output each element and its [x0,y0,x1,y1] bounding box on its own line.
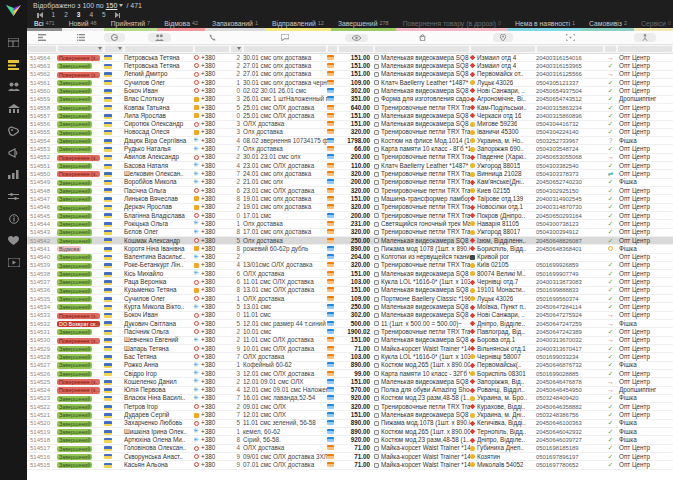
status-tab[interactable]: Новий 48 [62,19,104,31]
customers-icon[interactable] [124,31,194,44]
status-tab[interactable]: Всі 471 [27,19,62,31]
status-tab[interactable]: Прийнятий 7 [104,19,157,31]
status-tab[interactable]: Відправлений 12 [265,19,331,31]
counter-value: 6 [230,187,243,195]
status-tab[interactable]: Повернення товару (в дорозі) 0 [396,19,508,31]
customer-name: Артюхіна Олена Ми.. [124,436,194,444]
table-row[interactable]: 514515 Завершений Касьян Альона +380 9 0… [27,461,673,469]
filter-manager-select[interactable] [618,46,672,52]
comment-text: 25.01 смс ОЛХ доставка [243,112,327,120]
ttn-number: 20450646476878 [536,378,604,386]
delivery-status-icon: → [604,386,617,394]
phone-number: +380 [201,303,215,311]
comment-text: 08.02 звернення 10734175 фі.. [243,137,327,145]
last-page-button[interactable] [115,12,121,18]
statistics-icon[interactable] [7,168,21,181]
carrier-icon [470,80,475,85]
status-badge: Завершений [57,296,92,302]
product-name: Маленькая видеокамера SQ8 *.. [381,54,470,61]
filter-city-input[interactable] [471,46,535,52]
delivery-status-icon: ✓ [604,79,617,87]
product-name: Маленькая видеокамера SQ8 *.. [381,286,470,293]
source-globe-icon[interactable] [104,31,124,44]
payment-eye-icon[interactable] [338,31,374,44]
app-logo-icon[interactable] [5,3,22,18]
order-id: 514560 [27,87,57,95]
page-number-button[interactable]: 3 [77,11,81,19]
filter-country-select[interactable] [105,46,123,52]
manager-name: Фішка [617,320,673,328]
status-tab[interactable]: Відмова 42 [157,19,205,31]
product-name: Маленькая видеокамера SQ8 *.. [381,270,470,277]
manager-route-icon[interactable] [617,31,673,44]
status-badge: Завершений [57,329,92,335]
orders-list-icon[interactable] [27,31,57,44]
video-help-icon[interactable] [7,256,21,269]
order-id: 514515 [27,461,57,469]
dashboard-icon[interactable] [7,36,21,49]
source-icon [194,454,199,459]
delivery-status-icon: ✓ [604,162,617,170]
tab-count: 0 [668,19,671,28]
filter-ttn-input[interactable] [537,46,603,52]
order-total: 320.00 [338,203,374,211]
status-list-icon[interactable] [57,31,104,44]
filter-name-input[interactable] [125,46,193,52]
phone-number: +380 [201,386,215,394]
manager-name: Опт Центр [617,87,673,95]
products-bag-icon[interactable] [374,31,470,44]
page-number-button[interactable]: 2 [64,11,68,19]
payment-method-icon [327,71,334,76]
page-number-button[interactable]: 1 [52,11,56,19]
product-icon [374,388,379,393]
filter-id-input[interactable] [28,46,56,52]
sales-icon[interactable] [7,124,21,137]
filter-check-select[interactable] [605,46,616,52]
filter-pay-select[interactable] [328,46,337,52]
status-tab[interactable]: Завершений 278 [331,19,396,31]
filter-comment-input[interactable] [244,46,326,52]
page-number-button[interactable]: 5 [102,11,106,19]
filter-phone-input[interactable] [195,46,229,52]
page-number-button[interactable]: 4 [89,11,93,19]
status-badge: Повернення (з.. [57,387,100,393]
carrier-icon [470,396,475,401]
status-tab[interactable]: Нема в наявності 1 [508,19,582,31]
status-tab[interactable]: Сервіси 0 [634,19,673,31]
ukraine-flag-icon [104,55,112,60]
filter-status-select[interactable] [58,46,103,52]
manager-name: Фішка [617,436,673,444]
payment-method-icon [327,179,334,184]
ukraine-flag-icon [104,446,112,451]
status-badge: Завершений [57,362,92,368]
order-total: 151.00 [338,62,374,70]
filter-price-input[interactable] [339,46,373,52]
phone-icon[interactable] [194,31,230,44]
page-size-dropdown[interactable]: 150 [106,0,118,11]
support-icon[interactable] [7,234,21,247]
delivery-pin-icon[interactable] [470,31,536,44]
tab-label: Самовивіз [589,19,622,28]
filter-product-input[interactable] [375,46,469,52]
ttn-number: 20450654937504 [536,87,604,95]
source-icon [194,88,199,93]
settings-icon[interactable] [7,190,21,203]
manager-name: Опт Центр [617,128,673,136]
status-tab[interactable]: Запакований 1 [205,19,265,31]
comment-text: 21.01 смс олх [243,178,327,186]
comment-text: 11.01 смс ОЛХ доставка [243,278,327,286]
info-icon[interactable] [7,212,21,225]
marketing-icon[interactable] [7,146,21,159]
filter-qty-select[interactable] [231,46,242,52]
orders-icon[interactable] [7,58,21,71]
manager-name: Опт Центр [617,112,673,120]
carrier-icon [470,379,475,385]
warehouse-icon[interactable] [7,102,21,115]
status-tab[interactable]: Самовивіз 2 [582,19,634,31]
product-icon [374,155,379,160]
first-page-button[interactable] [37,12,43,18]
ttn-barcode-icon[interactable] [536,31,604,44]
customers-icon[interactable] [7,80,21,93]
counter-value: 3 [230,370,243,378]
comment-icon[interactable] [243,31,327,44]
